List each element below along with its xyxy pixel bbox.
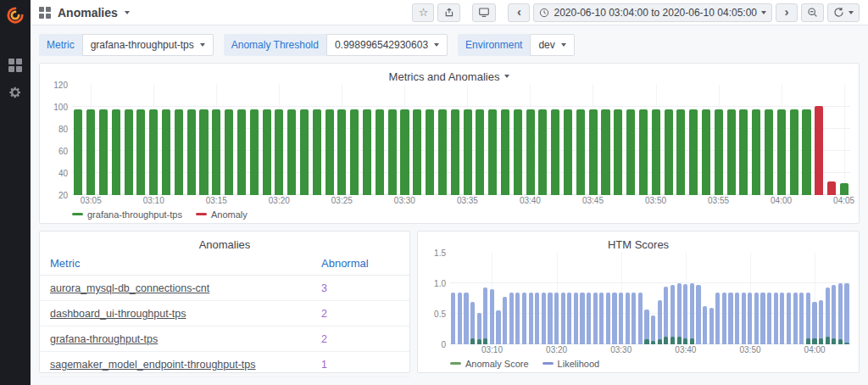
metric-bar	[790, 109, 798, 195]
metric-bar	[136, 109, 145, 195]
bar-slot	[502, 253, 509, 344]
likelihood-bar	[638, 293, 643, 344]
legend-likelihood-label: Likelihood	[558, 359, 600, 369]
metric-bar	[413, 109, 421, 195]
bar-slot	[662, 85, 675, 195]
dashboard-title-caret-icon[interactable]	[125, 11, 130, 14]
table-row: aurora_mysql-db_connections-cnt 3	[40, 276, 409, 301]
bar-slot	[625, 85, 637, 195]
y-tick-label: 100	[53, 103, 68, 112]
filter-metric-value: grafana-throughput-tps	[91, 39, 194, 51]
metric-bar	[702, 109, 710, 195]
legend-item-likelihood[interactable]: Likelihood	[542, 359, 600, 369]
bar-slot	[831, 253, 837, 344]
abnormal-count: 2	[321, 333, 399, 345]
metric-bar	[777, 109, 786, 195]
time-back-button[interactable]: ‹	[508, 3, 530, 22]
bar-slot	[650, 253, 657, 344]
star-icon: ☆	[419, 7, 429, 18]
dashboard-grid-icon[interactable]	[39, 7, 51, 19]
bar-slot	[515, 253, 521, 344]
likelihood-bar	[664, 287, 668, 344]
filter-environment-select[interactable]: dev	[530, 34, 574, 56]
bar-slot	[649, 85, 662, 195]
anomaly-score-bar	[677, 337, 682, 344]
bar-slot	[605, 253, 612, 344]
table-header-abnormal[interactable]: Abnormal	[321, 257, 399, 270]
table-header-row: Metric Abnormal	[40, 253, 409, 276]
abnormal-count: 2	[321, 308, 399, 320]
legend-anomaly-label: Anomaly	[211, 209, 248, 220]
metric-bar	[199, 109, 208, 195]
bar-slot	[411, 85, 424, 195]
bar-slot	[750, 85, 763, 195]
likelihood-bar	[787, 293, 791, 344]
metric-link[interactable]: aurora_mysql-db_connections-cnt	[50, 282, 321, 294]
bar-slot	[474, 85, 487, 195]
metric-link[interactable]: grafana-throughput-tps	[50, 333, 321, 345]
panel-htm-scores: HTM Scores 00.51.01.5 03:1003:2003:3003:…	[417, 231, 860, 373]
bar-slot	[843, 253, 850, 344]
tv-mode-button[interactable]	[472, 3, 496, 22]
likelihood-bar	[767, 293, 771, 344]
filter-environment-label: Environment	[458, 34, 530, 56]
metrics-chart-plot[interactable]	[72, 85, 850, 195]
bar-slot	[508, 253, 515, 344]
y-tick-label: 1.0	[434, 279, 446, 288]
time-range-picker[interactable]: 2020-06-10 03:04:00 to 2020-06-10 04:05:…	[533, 3, 772, 22]
dashboards-icon[interactable]	[8, 59, 22, 72]
htm-chart-plot[interactable]	[450, 253, 850, 344]
bar-slot	[463, 253, 470, 344]
bar-slot	[448, 85, 461, 195]
likelihood-bar	[780, 293, 784, 344]
refresh-interval-caret-icon[interactable]	[849, 11, 854, 14]
metric-bar	[426, 109, 434, 195]
filter-metric-select[interactable]: grafana-throughput-tps	[82, 34, 214, 56]
table-row: sagemaker_model_endpoint-throughput-tps …	[40, 352, 409, 377]
panel-anomalies-title[interactable]: Anomalies	[40, 236, 409, 253]
time-forward-button[interactable]: ›	[776, 3, 798, 22]
filter-metric-caret-icon	[200, 43, 205, 47]
bar-slot	[559, 253, 566, 344]
share-icon	[443, 7, 454, 18]
legend-item-anomaly[interactable]: Anomaly	[196, 209, 248, 220]
legend-item-anomaly-score[interactable]: Anomaly Score	[450, 359, 529, 369]
metric-bar	[840, 183, 849, 195]
panel-htm-title[interactable]: HTM Scores	[426, 236, 850, 253]
metric-bar	[652, 109, 660, 195]
likelihood-bar	[529, 293, 533, 344]
bar-slot	[670, 253, 676, 344]
legend-item-metric[interactable]: grafana-throughput-tps	[72, 209, 182, 220]
bar-slot	[687, 85, 700, 195]
metric-bar	[689, 109, 698, 195]
table-header-metric[interactable]: Metric	[50, 257, 321, 270]
settings-gear-icon[interactable]	[8, 86, 22, 99]
metric-link[interactable]: sagemaker_model_endpoint-throughput-tps	[50, 359, 321, 371]
zoom-out-button[interactable]	[801, 3, 824, 22]
likelihood-bar	[832, 285, 836, 344]
sidebar	[0, 0, 31, 385]
x-tick-label: 03:55	[708, 196, 729, 205]
likelihood-bar	[503, 297, 507, 344]
bar-slot	[236, 85, 248, 195]
star-button[interactable]: ☆	[412, 3, 434, 22]
bar-slot	[499, 85, 512, 195]
y-tick-label: 80	[58, 125, 68, 134]
likelihood-bar	[748, 293, 752, 344]
metric-bar	[451, 109, 459, 195]
share-button[interactable]	[437, 3, 460, 22]
y-tick-label: 0.5	[434, 310, 446, 319]
metric-link[interactable]: dashboard_ui-throughput-tps	[50, 308, 321, 320]
panel-metrics-title[interactable]: Metrics and Anomalies	[48, 68, 850, 85]
bar-slot	[798, 253, 805, 344]
legend-metric-label: grafana-throughput-tps	[87, 209, 182, 220]
dashboard-title[interactable]: Anomalies	[58, 6, 118, 20]
bar-slot	[734, 253, 741, 344]
likelihood-bar	[703, 306, 707, 344]
refresh-button[interactable]	[827, 3, 860, 22]
likelihood-bar	[844, 283, 849, 344]
panel-metrics-title-text: Metrics and Anomalies	[389, 70, 500, 83]
grafana-logo-icon[interactable]	[6, 6, 25, 25]
filter-threshold-select[interactable]: 0.998996542930603	[326, 34, 448, 56]
app: Anomalies ☆	[0, 0, 868, 385]
